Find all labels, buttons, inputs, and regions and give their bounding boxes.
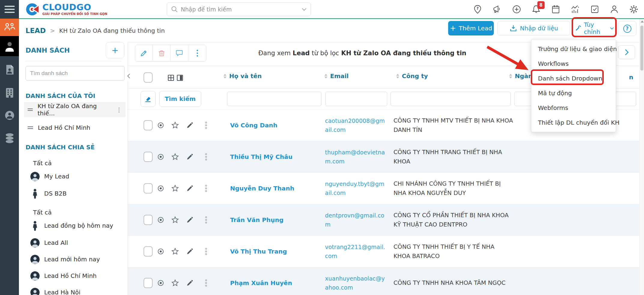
select-all-checkbox[interactable] (144, 72, 153, 83)
scrollbar-thumb[interactable] (640, 26, 643, 71)
drag-handle-icon[interactable] (28, 108, 33, 111)
lead-name-link[interactable]: Võ Công Danh (230, 122, 278, 129)
row-checkbox[interactable] (144, 246, 153, 257)
sidebar-item-my-list[interactable]: Lead Hồ Chí Minh (24, 120, 126, 135)
star-button[interactable] (171, 153, 179, 161)
edit-button[interactable] (186, 248, 193, 255)
row-more-button[interactable] (205, 153, 207, 161)
grid-view-button[interactable] (167, 74, 175, 83)
row-more-button[interactable] (205, 216, 207, 224)
lead-name-link[interactable]: Võ Thị Thu Trang (230, 248, 287, 255)
checkin-button[interactable]: ? (473, 5, 482, 14)
sort-icon[interactable] (509, 74, 512, 78)
list-search-input[interactable] (26, 66, 125, 81)
menu-item-fields-layout[interactable]: Trường dữ liệu & giao diện (531, 41, 616, 56)
sort-icon[interactable] (223, 74, 226, 78)
rail-item-users[interactable] (0, 106, 19, 125)
sidebar-item-shared[interactable]: Lead Hà Nội (30, 285, 126, 295)
add-lead-button[interactable]: + Thêm Lead (448, 21, 494, 35)
clear-filters-button[interactable] (141, 91, 156, 107)
lead-email-link[interactable]: thupham@doevietnam.com (325, 148, 387, 166)
row-checkbox[interactable] (144, 278, 153, 288)
sidebar-item-shared[interactable]: My Lead (30, 169, 126, 183)
row-checkbox[interactable] (144, 215, 153, 225)
scrollbar-up-arrow[interactable] (641, 20, 644, 23)
row-checkbox[interactable] (144, 152, 153, 162)
preview-button[interactable] (157, 121, 165, 129)
add-list-button[interactable]: + (106, 42, 124, 58)
bulk-delete-button[interactable] (153, 45, 171, 61)
sort-icon[interactable] (324, 74, 327, 78)
breadcrumb-module[interactable]: LEAD (26, 27, 46, 35)
lead-name-link[interactable]: Trần Văn Phụng (230, 216, 284, 224)
row-checkbox[interactable] (144, 183, 153, 193)
column-header-company[interactable]: Công ty (396, 72, 428, 80)
star-button[interactable] (171, 248, 179, 255)
more-actions-button[interactable] (188, 45, 206, 61)
edit-button[interactable] (186, 122, 193, 129)
quick-create-button[interactable] (512, 5, 521, 14)
edit-button[interactable] (186, 216, 193, 224)
menu-item-auto-numbering[interactable]: Mã tự động (531, 86, 616, 100)
star-button[interactable] (171, 121, 179, 129)
column-view-button[interactable] (176, 74, 184, 83)
star-button[interactable] (171, 184, 179, 192)
sidebar-item-shared[interactable]: Lead Hồ Chí Minh (30, 269, 126, 283)
preview-button[interactable] (157, 279, 165, 287)
drag-handle-icon[interactable] (28, 126, 33, 129)
sort-icon[interactable] (396, 74, 399, 78)
vertical-scrollbar[interactable] (639, 19, 644, 295)
filter-search-button[interactable]: Tìm kiếm (159, 91, 201, 107)
profile-button[interactable] (609, 5, 619, 14)
preview-button[interactable] (157, 216, 165, 224)
menu-item-dropdown-lists[interactable]: Danh sách Dropdown (531, 71, 616, 86)
lead-email-link[interactable]: xuanhuyenbaolac@yahoo.com (325, 274, 387, 292)
column-header-name[interactable]: Họ và tên (223, 72, 262, 80)
sidebar-item-shared[interactable]: Lead All (30, 236, 126, 250)
bulk-comment-button[interactable] (171, 45, 188, 61)
sidebar-item-shared[interactable]: Tất cả (33, 156, 129, 170)
settings-button[interactable] (629, 5, 639, 14)
menu-item-webforms[interactable]: Webforms (531, 100, 616, 115)
lead-email-link[interactable]: dentprovn@gmail.com (325, 211, 387, 229)
filter-input-name[interactable] (227, 92, 321, 106)
rail-item-leads-active[interactable] (0, 19, 19, 36)
lead-name-link[interactable]: Thiều Thị Mỹ Châu (230, 153, 293, 160)
lead-name-link[interactable]: Nguyễn Duy Thanh (230, 185, 294, 192)
rail-item-data[interactable] (0, 129, 19, 148)
pagination-next-button[interactable] (618, 45, 635, 59)
row-more-button[interactable] (205, 121, 207, 129)
lead-email-link[interactable]: caotuan200008@gmail.com (325, 116, 387, 135)
star-button[interactable] (171, 216, 179, 224)
preview-button[interactable] (157, 184, 165, 192)
notifications-button[interactable]: 8 (531, 5, 541, 14)
kebab-menu-icon[interactable]: ⋮ (116, 106, 122, 113)
tasks-button[interactable] (590, 5, 600, 14)
import-data-button[interactable]: Nhập dữ liệu (497, 21, 570, 35)
calendar-button[interactable] (551, 5, 560, 14)
row-checkbox[interactable] (144, 120, 153, 130)
sidebar-item-shared[interactable]: Lead đồng bộ hôm nay (30, 219, 126, 233)
row-more-button[interactable] (205, 279, 207, 287)
menu-item-conversion-mapping[interactable]: Thiết lập DL chuyển đổi KH (531, 115, 616, 130)
lead-name-link[interactable]: Phạm Xuân Huyên (230, 279, 292, 287)
bulk-edit-button[interactable] (135, 45, 153, 61)
edit-button[interactable] (186, 185, 193, 192)
sidebar-item-my-list[interactable]: KH từ Zalo OA đang thiế... ⋮ (24, 102, 126, 117)
filter-input-company[interactable] (390, 92, 511, 106)
sidebar-item-shared[interactable]: DS B2B (30, 187, 126, 200)
edit-button[interactable] (186, 279, 193, 287)
analytics-button[interactable] (570, 5, 580, 14)
column-header-email[interactable]: Email (324, 72, 349, 80)
sidebar-item-shared[interactable]: Tất cả (33, 205, 129, 219)
sidebar-collapse-button[interactable] (125, 71, 132, 81)
lead-email-link[interactable]: votrang2211@gmail.com (325, 242, 387, 261)
edit-button[interactable] (186, 153, 193, 160)
menu-item-workflows[interactable]: Workflows (531, 56, 616, 71)
rail-item-contact[interactable] (0, 36, 19, 56)
filter-input-email[interactable] (325, 92, 387, 106)
preview-button[interactable] (157, 153, 165, 161)
sidebar-item-shared[interactable]: Lead mới hôm nay (30, 252, 126, 266)
star-button[interactable] (171, 279, 179, 287)
column-header-industry[interactable]: Ngàn (509, 72, 533, 80)
